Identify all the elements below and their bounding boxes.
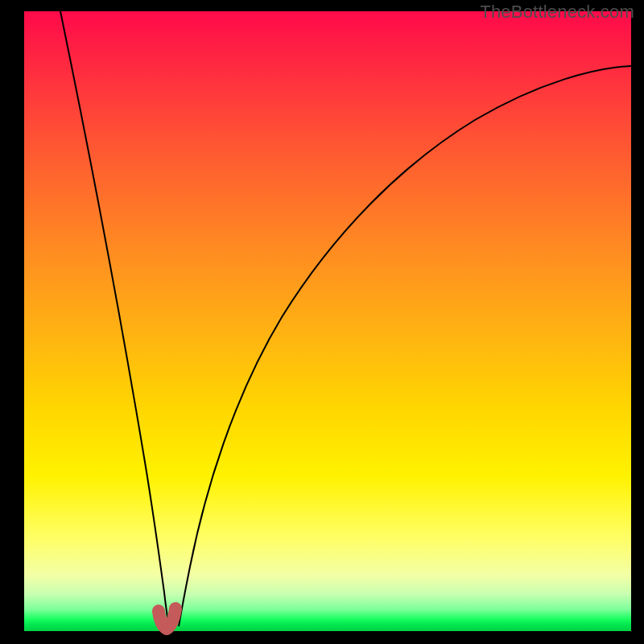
curve-left-branch [60, 11, 169, 626]
bottleneck-chart [24, 11, 631, 631]
chart-area [24, 11, 631, 631]
watermark-text: TheBottleneck.com [480, 2, 634, 23]
curve-right-branch [179, 66, 631, 626]
